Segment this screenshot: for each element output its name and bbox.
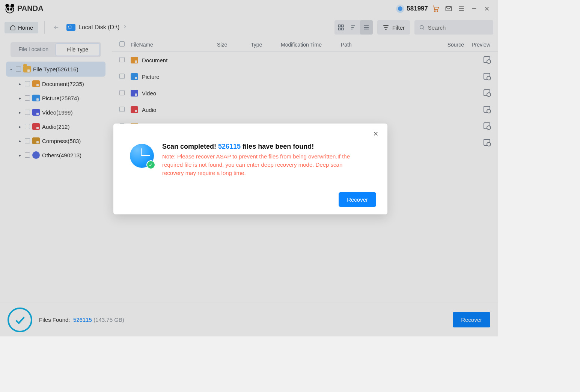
scan-complete-dialog: ✓ Scan completed! 526115 files have been… (113, 124, 387, 214)
scan-complete-icon: ✓ (130, 144, 154, 168)
dialog-recover-button[interactable]: Recover (339, 192, 376, 207)
dialog-headline: Scan completed! 526115 files have been f… (162, 142, 365, 151)
dialog-close-button[interactable] (371, 129, 381, 139)
close-icon (372, 130, 379, 137)
check-badge-icon: ✓ (146, 160, 155, 169)
dialog-note: Note: Please recover ASAP to prevent the… (162, 152, 365, 177)
